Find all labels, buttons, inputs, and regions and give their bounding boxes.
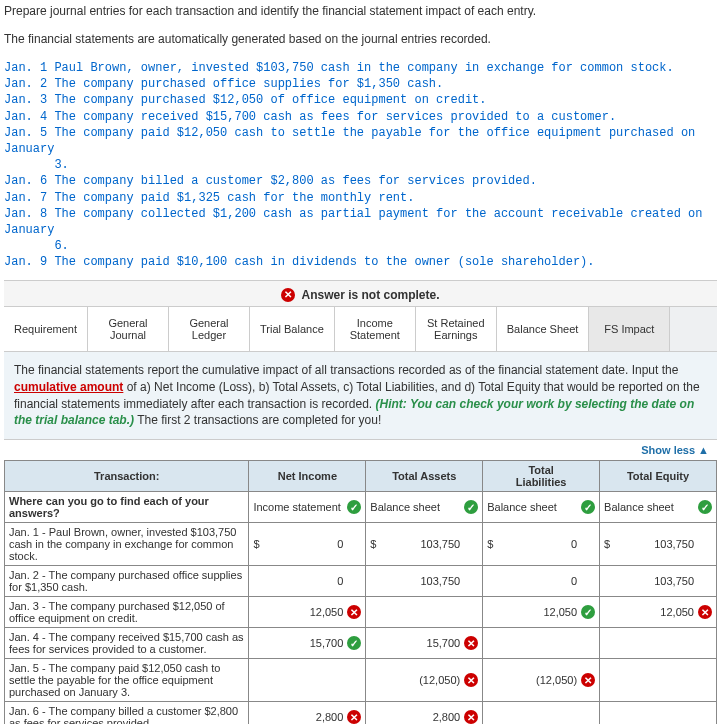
x-icon: ✕ bbox=[464, 673, 478, 687]
cell-ta[interactable] bbox=[366, 597, 483, 628]
cell-tl[interactable]: 0 bbox=[483, 566, 600, 597]
cell-ta[interactable]: (12,050)✕ bbox=[366, 659, 483, 702]
row-label: Jan. 5 - The company paid $12,050 cash t… bbox=[5, 659, 249, 702]
row-label: Jan. 2 - The company purchased office su… bbox=[5, 566, 249, 597]
row-label: Jan. 6 - The company billed a customer $… bbox=[5, 702, 249, 724]
th-total-assets: Total Assets bbox=[366, 461, 483, 492]
cell-ni[interactable]: $0 bbox=[249, 523, 366, 566]
tab-bar: Requirement General Journal General Ledg… bbox=[4, 306, 717, 352]
check-icon: ✓ bbox=[347, 636, 361, 650]
cell-te[interactable]: 12,050✕ bbox=[600, 597, 717, 628]
cell-te[interactable] bbox=[600, 628, 717, 659]
status-bar: ✕ Answer is not complete. bbox=[4, 280, 717, 306]
error-icon: ✕ bbox=[281, 288, 295, 302]
row-label: Jan. 4 - The company received $15,700 ca… bbox=[5, 628, 249, 659]
check-icon: ✓ bbox=[464, 500, 478, 514]
cell-tl[interactable] bbox=[483, 702, 600, 724]
tab-trial-balance[interactable]: Trial Balance bbox=[250, 307, 335, 351]
th-total-liabilities: Total Liabilities bbox=[483, 461, 600, 492]
x-icon: ✕ bbox=[464, 636, 478, 650]
table-row: Jan. 6 - The company billed a customer $… bbox=[5, 702, 717, 724]
x-icon: ✕ bbox=[347, 710, 361, 724]
cell-tl[interactable]: $0 bbox=[483, 523, 600, 566]
status-text: Answer is not complete. bbox=[301, 288, 439, 302]
tab-retained-earnings[interactable]: St Retained Earnings bbox=[416, 307, 497, 351]
check-icon: ✓ bbox=[698, 500, 712, 514]
table-row: Jan. 1 - Paul Brown, owner, invested $10… bbox=[5, 523, 717, 566]
th-total-equity: Total Equity bbox=[600, 461, 717, 492]
cell-ta[interactable]: 2,800✕ bbox=[366, 702, 483, 724]
tab-general-ledger[interactable]: General Ledger bbox=[169, 307, 250, 351]
check-icon: ✓ bbox=[581, 605, 595, 619]
cell-ta[interactable]: $103,750 bbox=[366, 523, 483, 566]
x-icon: ✕ bbox=[698, 605, 712, 619]
show-less-toggle[interactable]: Show less ▲ bbox=[4, 440, 717, 460]
fs-impact-table: Transaction: Net Income Total Assets Tot… bbox=[4, 460, 717, 724]
tab-requirement[interactable]: Requirement bbox=[4, 307, 88, 351]
tab-general-journal[interactable]: General Journal bbox=[88, 307, 169, 351]
instruction-2: The financial statements are automatical… bbox=[4, 32, 717, 46]
cell-ni-source[interactable]: Income statement✓ bbox=[249, 492, 366, 523]
cell-te-source[interactable]: Balance sheet✓ bbox=[600, 492, 717, 523]
transaction-list: Jan. 1 Paul Brown, owner, invested $103,… bbox=[4, 60, 717, 270]
table-row: Jan. 5 - The company paid $12,050 cash t… bbox=[5, 659, 717, 702]
tab-fs-impact[interactable]: FS Impact bbox=[589, 307, 670, 351]
cell-tl[interactable] bbox=[483, 628, 600, 659]
cell-tl-source[interactable]: Balance sheet✓ bbox=[483, 492, 600, 523]
cell-tl[interactable]: 12,050✓ bbox=[483, 597, 600, 628]
table-row: Jan. 4 - The company received $15,700 ca… bbox=[5, 628, 717, 659]
cell-te[interactable]: 103,750 bbox=[600, 566, 717, 597]
cell-te[interactable]: $103,750 bbox=[600, 523, 717, 566]
tab-balance-sheet[interactable]: Balance Sheet bbox=[497, 307, 590, 351]
cell-ni[interactable] bbox=[249, 659, 366, 702]
cell-ni[interactable]: 15,700✓ bbox=[249, 628, 366, 659]
cell-ta[interactable]: 103,750 bbox=[366, 566, 483, 597]
check-icon: ✓ bbox=[347, 500, 361, 514]
cell-ta[interactable]: 15,700✕ bbox=[366, 628, 483, 659]
cell-ni[interactable]: 2,800✕ bbox=[249, 702, 366, 724]
instruction-1: Prepare journal entries for each transac… bbox=[4, 4, 717, 18]
chevron-up-icon: ▲ bbox=[698, 444, 709, 456]
table-row-answers: Where can you go to find each of your an… bbox=[5, 492, 717, 523]
check-icon: ✓ bbox=[581, 500, 595, 514]
th-net-income: Net Income bbox=[249, 461, 366, 492]
cell-te[interactable] bbox=[600, 659, 717, 702]
hint-box: The financial statements report the cumu… bbox=[4, 352, 717, 440]
cell-ta-source[interactable]: Balance sheet✓ bbox=[366, 492, 483, 523]
tab-income-statement[interactable]: Income Statement bbox=[335, 307, 416, 351]
cell-tl[interactable]: (12,050)✕ bbox=[483, 659, 600, 702]
x-icon: ✕ bbox=[347, 605, 361, 619]
row-label: Jan. 1 - Paul Brown, owner, invested $10… bbox=[5, 523, 249, 566]
th-transaction: Transaction: bbox=[5, 461, 249, 492]
table-row: Jan. 3 - The company purchased $12,050 o… bbox=[5, 597, 717, 628]
cell-ni[interactable]: 0 bbox=[249, 566, 366, 597]
cell-ni[interactable]: 12,050✕ bbox=[249, 597, 366, 628]
table-row: Jan. 2 - The company purchased office su… bbox=[5, 566, 717, 597]
x-icon: ✕ bbox=[464, 710, 478, 724]
x-icon: ✕ bbox=[581, 673, 595, 687]
row-label: Jan. 3 - The company purchased $12,050 o… bbox=[5, 597, 249, 628]
cell-te[interactable] bbox=[600, 702, 717, 724]
answers-label: Where can you go to find each of your an… bbox=[5, 492, 249, 523]
